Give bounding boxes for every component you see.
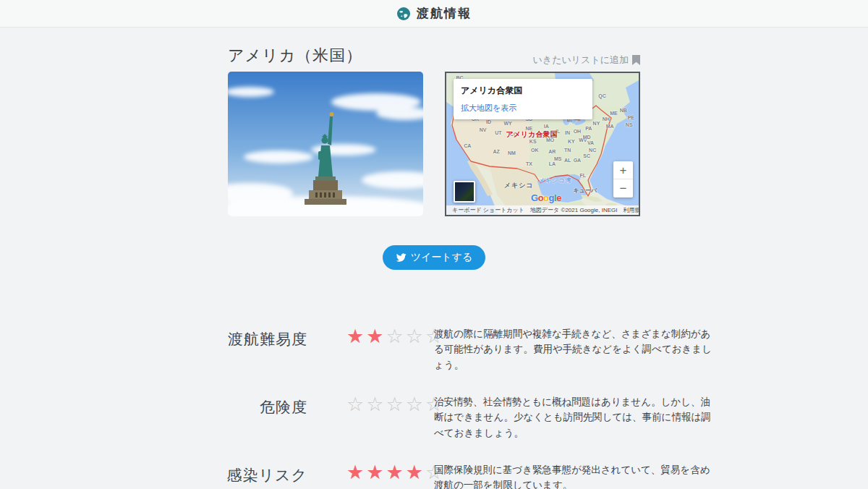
map-keyboard-shortcuts-button[interactable]: キーボード ショートカット [449,206,527,214]
map-label-mexico: メキシコ [504,181,534,190]
map-state-label: MS [554,156,562,161]
map-state-label: LA [549,161,556,166]
rating-stars: ★★★★☆ [307,461,434,489]
bookmark-icon [632,55,640,65]
page-title: 渡航情報 [417,5,472,22]
star-empty-icon: ☆ [386,326,405,347]
map-enlarge-link[interactable]: 拡大地図を表示 [461,103,516,112]
page-header: 渡航情報 [0,0,868,27]
rating-label: 渡航難易度 [205,325,307,373]
star-filled-icon: ★ [346,462,366,483]
map-zoom-out-button[interactable]: − [613,179,633,197]
map-zoom-in-button[interactable]: + [613,161,633,179]
map-country-label: アメリカ合衆国 [506,129,557,140]
map-state-label: GA [574,157,582,162]
tweet-button[interactable]: ツイートする [383,245,486,270]
rating-stars: ☆☆☆☆☆ [307,393,434,441]
tweet-button-label: ツイートする [411,251,473,264]
map-state-label: NH [603,116,610,121]
map-state-label: AL [564,157,571,162]
rating-description: 治安情勢、社会情勢ともに概ね問題はありません。しかし、油断はできません。少なくと… [434,393,715,441]
star-filled-icon: ★ [366,326,386,347]
map-state-label: ME [610,110,618,115]
rating-row: 危険度 ☆☆☆☆☆ 治安情勢、社会情勢ともに概ね問題はありません。しかし、油断は… [205,393,715,441]
rating-description: 国際保険規則に基づき緊急事態が発出されていて、貿易を含め渡航の一部を制限していま… [434,461,715,489]
map-state-label: AZ [493,148,499,153]
star-filled-icon: ★ [366,462,386,483]
map-state-label: PA [585,126,592,131]
rating-row: 渡航難易度 ★★☆☆☆ 渡航の際に隔離期間や複雑な手続きなど、さまざまな制約があ… [205,325,715,373]
map-state-label: NS [626,122,633,127]
map-state-label: NM [508,150,516,155]
map-state-label: NC [589,147,596,152]
map-label-cuba: キューバ [574,187,597,195]
star-empty-icon: ☆ [366,394,386,415]
google-map-embed[interactable]: BCQCNBPENSMEWAMTMNORIDWYSDWIMINVUTCONEIA… [445,72,640,216]
map-info-title: アメリカ合衆国 [461,85,585,97]
add-to-wishlist-label: いきたいリストに追加 [533,54,629,67]
map-state-label: VA [587,140,594,145]
map-state-label: NY [593,120,600,125]
rating-stars: ★★☆☆☆ [307,325,434,373]
map-state-label: SC [583,153,590,158]
map-state-label: TN [564,147,571,152]
star-empty-icon: ☆ [406,326,425,347]
map-state-label: IN [565,130,570,135]
add-to-wishlist-button[interactable]: いきたいリストに追加 [533,54,640,67]
map-state-label: OK [531,147,539,152]
map-info-card: アメリカ合衆国 拡大地図を表示 [454,79,592,119]
statue-of-liberty-illustration [228,72,423,216]
ratings-section: 渡航難易度 ★★☆☆☆ 渡航の際に隔離期間や複雑な手続きなど、さまざまな制約があ… [205,325,715,489]
map-label-gulf: メキシコ湾 [539,177,572,184]
google-logo: Google [531,192,561,203]
map-state-label: KY [568,139,575,144]
star-filled-icon: ★ [386,462,405,483]
rating-description: 渡航の際に隔離期間や複雑な手続きなど、さまざまな制約がある可能性があります。費用… [434,325,715,373]
map-state-label: NB [620,107,627,112]
country-title: アメリカ（米国） [228,45,362,67]
map-state-label: NV [480,127,487,132]
twitter-bird-icon [396,253,407,263]
map-state-label: TX [526,161,532,166]
map-state-label: OH [574,129,582,134]
star-empty-icon: ☆ [406,394,425,415]
map-state-label: AR [548,148,556,153]
map-terms-link[interactable]: 利用規約 [620,206,640,214]
map-satellite-toggle[interactable] [454,181,475,203]
country-photo [228,72,423,216]
map-state-label: ID [486,119,491,124]
map-state-label: WY [503,120,511,125]
map-state-label: MD [583,135,591,140]
star-empty-icon: ☆ [346,394,366,415]
map-state-label: PE [628,114,634,119]
star-filled-icon: ★ [406,462,425,483]
rating-row: 感染リスク ★★★★☆ 国際保険規則に基づき緊急事態が発出されていて、貿易を含め… [205,461,715,489]
map-state-label: CA [464,143,471,148]
map-attribution: 地図データ ©2021 Google, INEGI [527,206,621,214]
rating-label: 危険度 [205,393,307,441]
map-footer: キーボード ショートカット 地図データ ©2021 Google, INEGI … [446,205,639,215]
map-zoom-control: + − [613,161,633,197]
rating-label: 感染リスク [205,461,307,489]
globe-icon [396,7,411,21]
star-filled-icon: ★ [346,326,366,347]
map-state-label: UT [495,130,501,135]
map-state-label: MA [606,123,614,128]
map-state-label: FL [580,173,587,178]
map-state-label: QC [598,93,606,98]
star-empty-icon: ☆ [386,394,405,415]
map-state-label: IA [544,123,549,128]
